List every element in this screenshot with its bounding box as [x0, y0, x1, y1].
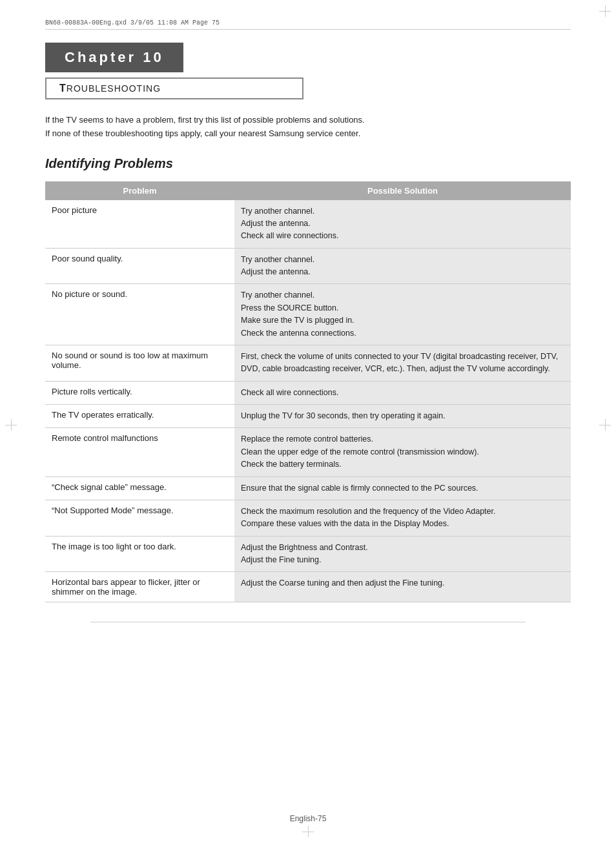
problem-cell-6: Remote control malfunctions [45, 428, 234, 476]
problem-cell-5: The TV operates erratically. [45, 405, 234, 428]
problem-cell-10: Horizontal bars appear to flicker, jitte… [45, 572, 234, 602]
problem-cell-9: The image is too light or too dark. [45, 537, 234, 573]
table-row: The TV operates erratically.Unplug the T… [45, 405, 571, 428]
crosshair-left-mid [5, 419, 17, 431]
table-row: No picture or sound.Try another channel.… [45, 284, 571, 345]
chapter-header: Chapter 10 [45, 43, 571, 72]
col-header-solution: Possible Solution [234, 181, 571, 200]
intro-text: If the TV seems to have a problem, first… [45, 114, 571, 141]
table-row: The image is too light or too dark.Adjus… [45, 537, 571, 573]
problem-cell-3: No sound or sound is too low at maximum … [45, 345, 234, 382]
solution-cell-2: Try another channel.Press the SOURCE but… [234, 284, 571, 345]
solution-cell-9: Adjust the Brightness and Contrast.Adjus… [234, 537, 571, 573]
footer-divider [90, 622, 526, 622]
problems-table: Problem Possible Solution Poor pictureTr… [45, 181, 571, 603]
solution-cell-7: Ensure that the signal cable is firmly c… [234, 477, 571, 500]
problem-cell-8: “Not Supported Mode” message. [45, 500, 234, 537]
page-footer: English-75 [0, 814, 616, 823]
table-row: Poor pictureTry another channel.Adjust t… [45, 200, 571, 249]
solution-cell-8: Check the maximum resolution and the fre… [234, 500, 571, 537]
table-row: Horizontal bars appear to flicker, jitte… [45, 572, 571, 602]
table-row: No sound or sound is too low at maximum … [45, 345, 571, 382]
problem-cell-2: No picture or sound. [45, 284, 234, 345]
col-header-problem: Problem [45, 181, 234, 200]
problem-cell-0: Poor picture [45, 200, 234, 249]
crosshair-top-right [599, 5, 611, 17]
table-row: “Not Supported Mode” message.Check the m… [45, 500, 571, 537]
section-title-box: TROUBLESHOOTING [45, 77, 303, 99]
crosshair-right-mid [599, 419, 611, 431]
section-title-rest: ROUBLESHOOTING [67, 83, 161, 94]
page-wrapper: BN68-00883A-00Eng.qxd 3/9/05 11:08 AM Pa… [0, 0, 616, 849]
problem-cell-1: Poor sound quality. [45, 249, 234, 285]
solution-cell-0: Try another channel.Adjust the antenna.C… [234, 200, 571, 249]
crosshair-bottom-center [302, 826, 314, 837]
solution-cell-1: Try another channel.Adjust the antenna. [234, 249, 571, 285]
table-row: Poor sound quality.Try another channel.A… [45, 249, 571, 285]
section-title-text: TROUBLESHOOTING [59, 83, 161, 94]
identifying-problems-heading: Identifying Problems [45, 156, 571, 171]
solution-cell-4: Check all wire connections. [234, 382, 571, 405]
file-header: BN68-00883A-00Eng.qxd 3/9/05 11:08 AM Pa… [45, 19, 571, 30]
solution-cell-5: Unplug the TV for 30 seconds, then try o… [234, 405, 571, 428]
table-row: “Check signal cable” message.Ensure that… [45, 477, 571, 500]
solution-cell-3: First, check the volume of units connect… [234, 345, 571, 382]
problem-cell-4: Picture rolls vertically. [45, 382, 234, 405]
problem-cell-7: “Check signal cable” message. [45, 477, 234, 500]
table-row: Remote control malfunctionsReplace the r… [45, 428, 571, 476]
solution-cell-6: Replace the remote control batteries.Cle… [234, 428, 571, 476]
section-title-T: T [59, 83, 67, 94]
table-row: Picture rolls vertically.Check all wire … [45, 382, 571, 405]
solution-cell-10: Adjust the Coarse tuning and then adjust… [234, 572, 571, 602]
chapter-title: Chapter 10 [45, 43, 183, 72]
